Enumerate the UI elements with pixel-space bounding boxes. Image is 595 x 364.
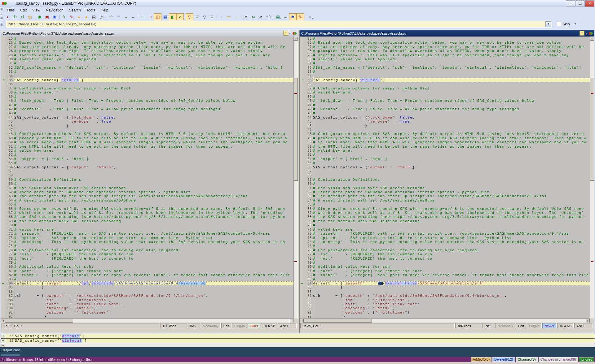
save-first-icon[interactable]: ▣ <box>36 13 43 20</box>
current-diff-row-second[interactable]: →35SAS_config_names=['winlocal'] <box>1 339 595 343</box>
show-deleted-icon[interactable]: □ <box>147 13 154 20</box>
filter-deleted-icon[interactable]: ▽ <box>201 13 208 20</box>
sync-scroll-icon[interactable]: ◧ <box>169 13 176 20</box>
second-file-hscroll-thumb[interactable] <box>304 319 372 323</box>
show-changed-icon[interactable]: ◫ <box>154 13 161 20</box>
scroll-up-icon[interactable]: ▲ <box>294 37 298 41</box>
toolbar-grip[interactable] <box>1 14 3 19</box>
menu-edit[interactable]: Edit <box>17 7 29 13</box>
add-comment-icon[interactable]: ▭ <box>225 13 233 20</box>
prev-difference-icon[interactable]: ← <box>130 13 137 20</box>
editor-options-icon[interactable]: ✎ <box>297 13 304 20</box>
whitespace-options-icon[interactable]: ≡ <box>282 13 289 20</box>
next-comment-icon[interactable]: ↓ <box>233 13 240 20</box>
show-grid-icon[interactable]: ▦ <box>161 13 169 20</box>
filter-all-icon[interactable]: ▽ <box>186 13 193 20</box>
edit-second-icon[interactable]: ✎ <box>68 13 75 20</box>
output-pane-tab[interactable] <box>1 354 20 356</box>
line-text: } <box>14 285 293 289</box>
line-number: 86 <box>304 290 313 294</box>
menu-files[interactable]: Files <box>4 7 17 13</box>
match-case-icon[interactable]: AB <box>265 13 272 20</box>
chevron-down-icon[interactable]: ▼ <box>585 32 587 34</box>
current-diff-row-first[interactable]: →35SAS_config_names=['default'] <box>1 334 595 339</box>
diff-combobox-dropdown-icon[interactable]: ▼ <box>545 21 551 27</box>
file-age-badge: Older <box>248 323 260 328</box>
code-line-88: 88 'ssh' : '/usr/bin/ssh', <box>300 298 590 302</box>
open-compare-icon[interactable]: ◐ <box>4 13 11 20</box>
first-file-vscrollbar[interactable]: ▲ ▼ <box>293 37 298 323</box>
skip-option[interactable]: Skip <box>557 22 570 26</box>
open-folder-icon[interactable]: ▥ <box>26 13 34 20</box>
skip-checkbox[interactable] <box>557 22 561 26</box>
first-file-hscrollbar[interactable]: ◄ ► <box>1 318 293 323</box>
menu-help[interactable]: Help <box>98 7 111 13</box>
report-icon[interactable]: ▦▾ <box>274 13 282 20</box>
line-number: 51 <box>5 145 14 149</box>
compare-app-icon[interactable] <box>589 32 593 35</box>
copy-icon[interactable]: ≡ <box>580 31 584 36</box>
menu-tools[interactable]: Tools <box>84 7 98 13</box>
menu-search[interactable]: Search <box>66 7 84 13</box>
recompare-swapped-icon[interactable]: ↺ <box>19 13 26 20</box>
menu-grip[interactable] <box>1 8 3 12</box>
copy-icon[interactable]: ≡ <box>283 31 288 36</box>
filter-changed-icon[interactable]: ▽ <box>208 13 216 20</box>
next-difference-icon[interactable]: → <box>122 13 130 20</box>
upload-diff-icon[interactable]: ↑ <box>218 13 225 20</box>
goto-second-char-icon[interactable]: ▲ <box>83 13 90 20</box>
menu-view[interactable]: View <box>29 7 43 13</box>
inline-diffs-icon[interactable]: ✓ <box>176 13 184 20</box>
diffbar-grip[interactable] <box>1 21 3 27</box>
redo-icon[interactable]: ↷ <box>115 13 122 20</box>
find-in-files-icon[interactable]: ∞ <box>257 13 265 20</box>
print-icon[interactable]: ▤ <box>90 13 98 20</box>
settings-icon[interactable]: ☼▾ <box>306 13 314 20</box>
line-text: # Configuration options for SAS output. … <box>313 132 590 136</box>
edit-first-icon[interactable]: ✎ <box>60 13 68 20</box>
second-file-code-area[interactable]: 25#26# Based upon the lock_down configur… <box>300 37 590 323</box>
second-file-vscrollbar[interactable]: ▲ ▼ <box>590 37 594 323</box>
first-file-header[interactable]: C:\Program Files\Python\Python37\Lib\sit… <box>1 30 298 37</box>
first-file-hscroll-thumb[interactable] <box>5 319 73 323</box>
compare-app-icon[interactable] <box>293 32 297 35</box>
undo-icon[interactable]: ↶ <box>107 13 115 20</box>
show-identical-icon[interactable]: □ <box>139 13 147 20</box>
find-icon[interactable]: ∞ <box>242 13 250 20</box>
maximize-button[interactable]: ❒ <box>575 0 585 7</box>
line-number: 60 <box>5 182 14 186</box>
toolbar-overflow-icon[interactable]: ▼ <box>574 23 576 25</box>
plugins-icon[interactable]: ✱ <box>289 13 297 20</box>
save-both-icon[interactable]: ▣ <box>51 13 58 20</box>
current-difference-scrollbar[interactable]: ◄ <box>1 343 594 347</box>
first-file-code-area[interactable]: 25#26# Based upon the lock_down configur… <box>1 37 293 323</box>
gutter <box>300 223 304 227</box>
minimize-button[interactable]: — <box>566 0 575 7</box>
print-preview-icon[interactable]: ◎ <box>98 13 105 20</box>
code-line-68: 68# the SAS session encoding (see https:… <box>300 215 590 219</box>
find-next-icon[interactable]: ∞ <box>250 13 257 20</box>
gutter <box>1 228 5 232</box>
second-file-header[interactable]: C:\Program Files\Python\Python37\Lib\sit… <box>300 30 594 37</box>
second-file-path: C:\Program Files\Python\Python37\Lib\sit… <box>301 32 580 35</box>
scroll-up-icon[interactable]: ▲ <box>590 37 594 41</box>
line-number: 29 <box>304 53 313 57</box>
second-file-hscrollbar[interactable]: ◄ ► <box>300 318 590 323</box>
gutter <box>1 86 5 90</box>
line-text: # the HTML file will need to be put in t… <box>14 145 293 149</box>
line-text <box>14 169 293 173</box>
line-number: 49 <box>304 136 313 140</box>
chevron-down-icon[interactable]: ▼ <box>289 32 291 34</box>
line-text: } <box>313 124 590 128</box>
diff-combobox[interactable]: Diff 1: Change 1 line (35, first file) t… <box>6 21 552 28</box>
menu-navigation[interactable]: Navigation <box>43 7 66 13</box>
filter-added-icon[interactable]: ▽ <box>193 13 201 20</box>
line-text: # properly with HTML 5.0 so it can also … <box>14 136 293 140</box>
save-second-icon[interactable]: ▣ <box>43 13 51 20</box>
goto-first-char-icon[interactable]: ▲ <box>75 13 83 20</box>
legend-badge-added: Added(0,3) <box>471 357 491 362</box>
close-button[interactable]: ✕ <box>585 0 594 7</box>
scroll-left-icon[interactable]: ◄ <box>1 343 5 347</box>
code-line-45: 45 'verbose' : True <box>300 119 590 124</box>
recompare-icon[interactable]: ↻ <box>11 13 19 20</box>
